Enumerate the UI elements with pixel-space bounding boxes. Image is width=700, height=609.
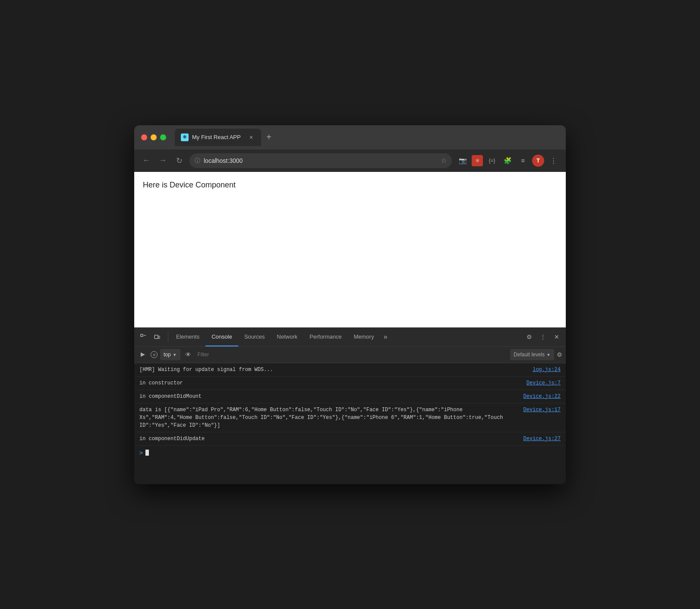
forward-button[interactable]: →	[157, 155, 169, 167]
devtools-tab-performance[interactable]: Performance	[303, 327, 347, 346]
more-devtools-tabs-button[interactable]: »	[380, 333, 391, 341]
tab-area: ⚛ My First React APP × +	[175, 129, 559, 146]
console-source-link[interactable]: Device.js:17	[523, 406, 561, 414]
active-tab[interactable]: ⚛ My First React APP ×	[175, 129, 261, 146]
device-emulation-button[interactable]	[151, 331, 163, 343]
extensions-button[interactable]: 🧩	[501, 154, 514, 167]
levels-selector[interactable]: Default levels ▼	[510, 349, 554, 360]
close-button[interactable]	[141, 134, 147, 140]
console-settings-button[interactable]: ⚙	[557, 351, 562, 358]
console-line: data is [{"name":"iPad Pro","RAM":6,"Hom…	[134, 403, 566, 432]
back-button[interactable]: ←	[140, 155, 152, 167]
devtools-icon-area	[138, 331, 168, 343]
refresh-button[interactable]: ↻	[173, 155, 185, 167]
clear-console-button[interactable]	[138, 349, 148, 360]
levels-label: Default levels	[514, 352, 545, 358]
devtools-close-button[interactable]: ✕	[551, 331, 562, 343]
context-dropdown-arrow: ▼	[173, 352, 177, 357]
levels-arrow: ▼	[546, 352, 551, 357]
maximize-button[interactable]	[160, 134, 166, 140]
context-selector[interactable]: top ▼	[160, 349, 180, 360]
more-options-button[interactable]: ⋮	[547, 154, 560, 167]
devtools-tab-sources[interactable]: Sources	[238, 327, 271, 346]
tab-title: My First React APP	[192, 134, 244, 140]
info-icon: ⓘ	[195, 157, 200, 165]
console-lines: [HMR] Waiting for update signal from WDS…	[134, 363, 566, 446]
title-bar: ⚛ My First React APP × +	[134, 125, 566, 149]
console-source-link[interactable]: Device.js:27	[523, 435, 561, 443]
url-text: localhost:3000	[204, 157, 437, 164]
console-message: in constructor	[139, 379, 520, 387]
devtools-tab-elements[interactable]: Elements	[170, 327, 205, 346]
traffic-lights	[141, 134, 166, 140]
devtools-tab-memory[interactable]: Memory	[348, 327, 380, 346]
profile-button[interactable]: T	[532, 155, 544, 167]
minimize-button[interactable]	[151, 134, 157, 140]
camera-icon-button[interactable]: 📷	[456, 154, 469, 167]
devtools-panel: ElementsConsoleSourcesNetworkPerformance…	[134, 327, 566, 484]
eye-button[interactable]: 👁	[183, 349, 193, 360]
context-value: top	[164, 352, 171, 358]
new-tab-button[interactable]: +	[263, 131, 275, 143]
svg-rect-2	[155, 335, 158, 339]
console-line: in constructorDevice.js:7	[134, 377, 566, 390]
devtools-settings-area: ⚙ ⋮ ✕	[523, 331, 562, 343]
console-cursor	[145, 450, 149, 456]
toolbar-icons: 📷 ⚛ {=} 🧩 ≡ T ⋮	[456, 154, 560, 167]
svg-marker-4	[141, 352, 145, 357]
devtools-settings-button[interactable]: ⚙	[523, 331, 535, 343]
console-prompt[interactable]: >	[134, 446, 566, 460]
console-source-link[interactable]: Device.js:7	[527, 379, 561, 387]
devtools-tab-console[interactable]: Console	[205, 327, 238, 346]
devtools-more-button[interactable]: ⋮	[537, 331, 549, 343]
page-content: Here is Device Component	[134, 172, 566, 327]
console-toolbar: ⊘ top ▼ 👁 Default levels ▼ ⚙	[134, 347, 566, 363]
bookmark-icon[interactable]: ☆	[441, 156, 447, 165]
tab-close-button[interactable]: ×	[247, 133, 255, 141]
console-message: in componentDidMount	[139, 393, 517, 400]
console-output[interactable]: [HMR] Waiting for update signal from WDS…	[134, 363, 566, 484]
browser-window: ⚛ My First React APP × + ← → ↻ ⓘ localho…	[134, 125, 566, 484]
console-line: in componentDidUpdateDevice.js:27	[134, 432, 566, 446]
url-bar[interactable]: ⓘ localhost:3000 ☆	[189, 153, 452, 168]
react-devtools-button[interactable]: ⚛	[472, 155, 483, 166]
console-source-link[interactable]: log.js:24	[533, 366, 561, 374]
inspect-element-button[interactable]	[138, 331, 149, 343]
code-icon-button[interactable]: {=}	[486, 154, 498, 167]
media-button[interactable]: ≡	[517, 154, 530, 167]
console-message: [HMR] Waiting for update signal from WDS…	[139, 366, 526, 374]
devtools-tab-network[interactable]: Network	[271, 327, 304, 346]
console-source-link[interactable]: Device.js:22	[523, 393, 561, 400]
svg-rect-0	[141, 334, 143, 336]
svg-rect-3	[158, 336, 160, 339]
tab-favicon: ⚛	[181, 133, 189, 141]
devtools-tabs-list: ElementsConsoleSourcesNetworkPerformance…	[170, 327, 380, 346]
prompt-arrow-icon: >	[139, 449, 143, 456]
console-filter-input[interactable]	[196, 352, 508, 358]
page-body-text: Here is Device Component	[143, 181, 557, 190]
console-line: [HMR] Waiting for update signal from WDS…	[134, 363, 566, 377]
console-line: in componentDidMountDevice.js:22	[134, 390, 566, 403]
address-bar: ← → ↻ ⓘ localhost:3000 ☆ 📷 ⚛ {=} 🧩 ≡ T ⋮	[134, 149, 566, 172]
console-message: in componentDidUpdate	[139, 435, 517, 443]
stop-button[interactable]: ⊘	[151, 351, 158, 358]
console-message: data is [{"name":"iPad Pro","RAM":6,"Hom…	[139, 406, 517, 429]
devtools-tab-bar: ElementsConsoleSourcesNetworkPerformance…	[134, 328, 566, 347]
